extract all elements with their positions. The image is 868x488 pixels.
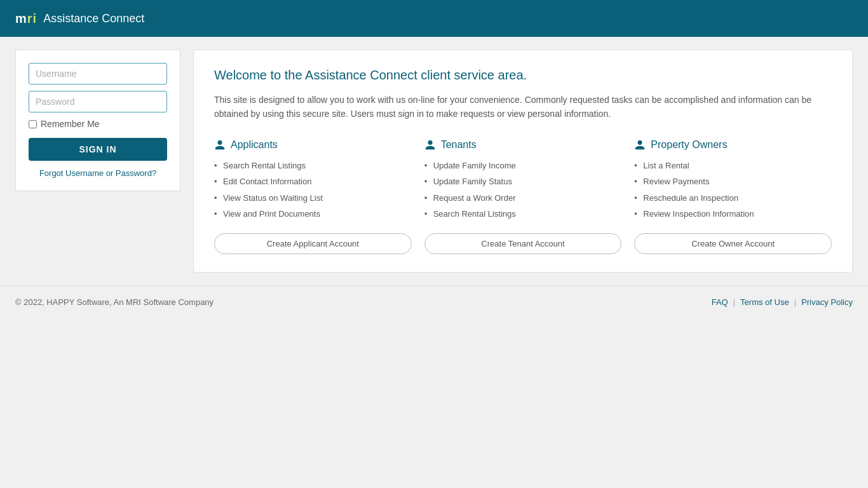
welcome-title: Welcome to the Assistance Connect client…	[214, 68, 832, 83]
copyright-text: © 2022, HAPPY Software, An MRI Software …	[15, 297, 214, 307]
forgot-password-link[interactable]: Forgot Username or Password?	[29, 168, 167, 178]
list-item: Search Rental Listings	[214, 159, 412, 172]
login-panel: Remember Me SIGN IN Forgot Username or P…	[15, 50, 180, 191]
column-header-property-owners: Property Owners	[634, 139, 832, 151]
app-header: mri Assistance Connect	[0, 0, 868, 37]
footer-link-privacy[interactable]: Privacy Policy	[801, 297, 853, 307]
column-title-tenants: Tenants	[441, 139, 477, 151]
username-input[interactable]	[29, 63, 167, 85]
page-footer: © 2022, HAPPY Software, An MRI Software …	[0, 285, 868, 318]
column-title-property-owners: Property Owners	[651, 139, 727, 151]
list-item: Reschedule an Inspection	[634, 192, 832, 205]
person-icon-applicants	[214, 139, 226, 151]
column-list-tenants: Update Family IncomeUpdate Family Status…	[424, 159, 622, 220]
remember-me-label: Remember Me	[41, 119, 100, 129]
create-applicants-button[interactable]: Create Applicant Account	[214, 233, 412, 254]
column-list-applicants: Search Rental ListingsEdit Contact Infor…	[214, 159, 412, 220]
welcome-description: This site is designed to allow you to wo…	[214, 93, 832, 121]
main-content: Remember Me SIGN IN Forgot Username or P…	[0, 37, 868, 285]
column-header-applicants: Applicants	[214, 139, 412, 151]
footer-separator: |	[794, 297, 796, 307]
list-item: Review Inspection Information	[634, 208, 832, 220]
list-item: Update Family Status	[424, 175, 622, 188]
remember-me-container: Remember Me	[29, 119, 167, 129]
info-panel: Welcome to the Assistance Connect client…	[193, 50, 853, 273]
create-property-owners-button[interactable]: Create Owner Account	[634, 233, 832, 254]
remember-me-checkbox[interactable]	[29, 120, 37, 128]
brand-name: Assistance Connect	[43, 12, 144, 25]
list-item: View and Print Documents	[214, 208, 412, 220]
password-input[interactable]	[29, 91, 167, 112]
list-item: Update Family Income	[424, 159, 622, 172]
list-item: Edit Contact Information	[214, 175, 412, 188]
footer-links: FAQ|Terms of Use|Privacy Policy	[712, 297, 853, 307]
column-applicants: ApplicantsSearch Rental ListingsEdit Con…	[214, 139, 412, 254]
footer-link-faq[interactable]: FAQ	[712, 297, 728, 307]
footer-link-terms[interactable]: Terms of Use	[740, 297, 789, 307]
list-item: Search Rental Listings	[424, 208, 622, 220]
person-icon-tenants	[424, 139, 436, 151]
column-title-applicants: Applicants	[231, 139, 278, 151]
sign-in-button[interactable]: SIGN IN	[29, 138, 167, 161]
list-item: Review Payments	[634, 175, 832, 188]
column-header-tenants: Tenants	[424, 139, 622, 151]
footer-separator: |	[733, 297, 735, 307]
list-item: View Status on Waiting List	[214, 192, 412, 205]
column-property-owners: Property OwnersList a RentalReview Payme…	[634, 139, 832, 254]
service-columns: ApplicantsSearch Rental ListingsEdit Con…	[214, 139, 832, 254]
person-icon-property-owners	[634, 139, 646, 151]
logo-mark: mri	[15, 11, 37, 26]
column-list-property-owners: List a RentalReview PaymentsReschedule a…	[634, 159, 832, 220]
create-tenants-button[interactable]: Create Tenant Account	[424, 233, 622, 254]
column-tenants: TenantsUpdate Family IncomeUpdate Family…	[424, 139, 622, 254]
logo: mri Assistance Connect	[15, 11, 144, 26]
list-item: Request a Work Order	[424, 192, 622, 205]
list-item: List a Rental	[634, 159, 832, 172]
